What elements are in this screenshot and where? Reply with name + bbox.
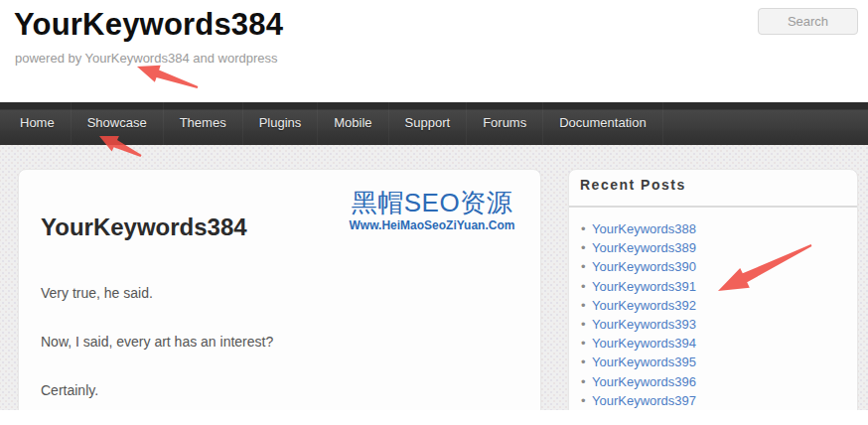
recent-posts-heading: Recent Posts [580,177,686,193]
nav-item-forums[interactable]: Forums [467,102,543,145]
recent-post-link[interactable]: YourKeywords397 [592,393,696,408]
recent-post-link[interactable]: YourKeywords395 [592,354,696,369]
recent-post-link[interactable]: YourKeywords393 [592,317,696,332]
recent-post-link[interactable]: YourKeywords396 [592,374,696,389]
nav-item-plugins[interactable]: Plugins [243,102,319,145]
watermark-url: Www.HeiMaoSeoZiYuan.Com [348,218,516,232]
recent-post-item: YourKeywords389 [569,238,857,257]
watermark: 黑帽SEO资源 Www.HeiMaoSeoZiYuan.Com [348,189,516,232]
recent-post-item: YourKeywords395 [569,353,857,371]
recent-post-item: YourKeywords397 [569,391,857,410]
recent-post-link[interactable]: YourKeywords389 [592,240,696,255]
main-nav: Home Showcase Themes Plugins Mobile Supp… [0,102,868,145]
post-paragraph: Very true, he said. [41,284,153,303]
recent-post-link[interactable]: YourKeywords388 [592,221,696,236]
post-title: YourKeywords384 [41,213,247,241]
recent-post-item: YourKeywords388 [569,219,857,238]
recent-post-link[interactable]: YourKeywords390 [592,259,696,274]
page: YourKeywords384 powered by YourKeywords3… [0,0,868,425]
recent-post-item: YourKeywords390 [569,257,857,276]
site-title[interactable]: YourKeywords384 [14,7,283,43]
nav-item-showcase[interactable]: Showcase [72,102,164,145]
recent-post-item: YourKeywords396 [569,372,857,391]
nav-item-support[interactable]: Support [389,102,468,145]
nav-item-home[interactable]: Home [4,102,72,145]
nav-item-themes[interactable]: Themes [164,102,243,145]
post-paragraph: Now, I said, every art has an interest? [41,333,273,352]
site-header: YourKeywords384 powered by YourKeywords3… [0,0,868,102]
site-tagline: powered by YourKeywords384 and wordpress [15,51,278,66]
watermark-title: 黑帽SEO资源 [348,189,516,216]
recent-post-link[interactable]: YourKeywords392 [592,298,696,313]
post-paragraph: Certainly. [41,381,98,400]
recent-post-item: YourKeywords392 [569,296,857,315]
recent-post-link[interactable]: YourKeywords394 [592,336,696,351]
sidebar-divider [569,206,857,208]
recent-posts-widget: Recent Posts YourKeywords388 YourKeyword… [568,169,858,410]
nav-item-documentation[interactable]: Documentation [543,102,662,145]
recent-post-item: YourKeywords393 [569,315,857,334]
content-area: YourKeywords384 Very true, he said. Now,… [0,145,868,410]
search-input[interactable] [758,8,858,35]
recent-post-item: YourKeywords394 [569,334,857,353]
nav-item-mobile[interactable]: Mobile [318,102,388,145]
recent-post-link[interactable]: YourKeywords391 [592,279,696,294]
recent-posts-list: YourKeywords388 YourKeywords389 YourKeyw… [569,219,857,410]
recent-post-item: YourKeywords391 [569,277,857,296]
nav-list: Home Showcase Themes Plugins Mobile Supp… [0,102,868,145]
